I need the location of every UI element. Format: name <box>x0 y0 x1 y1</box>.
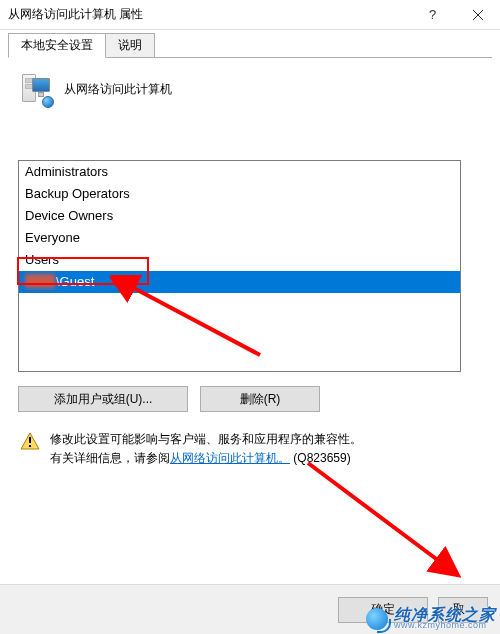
watermark: 纯净系统之家 www.kzmyhome.com <box>366 607 496 630</box>
tabstrip: 本地安全设置 说明 <box>0 30 500 58</box>
warning-link[interactable]: 从网络访问此计算机。 <box>170 451 290 465</box>
help-icon: ? <box>429 7 436 22</box>
warning-text: 修改此设置可能影响与客户端、服务和应用程序的兼容性。 有关详细信息，请参阅从网络… <box>50 430 362 468</box>
svg-line-8 <box>308 463 455 573</box>
list-item[interactable]: Backup Operators <box>19 183 460 205</box>
watermark-logo-icon <box>366 608 388 630</box>
tab-explain[interactable]: 说明 <box>106 33 155 58</box>
remove-button[interactable]: 删除(R) <box>200 386 320 412</box>
computer-network-icon <box>18 72 52 106</box>
button-label: 添加用户或组(U)... <box>54 391 153 408</box>
window-title: 从网络访问此计算机 属性 <box>8 6 410 23</box>
policy-name: 从网络访问此计算机 <box>64 81 172 98</box>
watermark-text-en: www.kzmyhome.com <box>394 621 496 630</box>
tab-content: 从网络访问此计算机 Administrators Backup Operator… <box>0 58 500 478</box>
policy-header: 从网络访问此计算机 <box>18 72 482 106</box>
list-item-label: \Guest <box>56 274 94 289</box>
tab-label: 本地安全设置 <box>21 38 93 52</box>
list-item[interactable]: Users <box>19 249 460 271</box>
help-button[interactable]: ? <box>410 0 455 30</box>
warning-block: 修改此设置可能影响与客户端、服务和应用程序的兼容性。 有关详细信息，请参阅从网络… <box>18 430 482 468</box>
warning-line: 修改此设置可能影响与客户端、服务和应用程序的兼容性。 <box>50 432 362 446</box>
tab-label: 说明 <box>118 38 142 52</box>
list-item-selected[interactable]: \Guest <box>19 271 460 293</box>
titlebar: 从网络访问此计算机 属性 ? <box>0 0 500 30</box>
svg-rect-3 <box>29 437 31 443</box>
tab-local-security[interactable]: 本地安全设置 <box>8 33 106 58</box>
button-label: 删除(R) <box>240 391 281 408</box>
close-icon <box>473 10 483 20</box>
warning-line: 有关详细信息，请参阅 <box>50 451 170 465</box>
redacted-domain <box>25 274 55 288</box>
add-user-button[interactable]: 添加用户或组(U)... <box>18 386 188 412</box>
svg-rect-4 <box>29 445 31 447</box>
user-group-list[interactable]: Administrators Backup Operators Device O… <box>18 160 461 372</box>
warning-icon <box>20 430 40 468</box>
list-item[interactable]: Device Owners <box>19 205 460 227</box>
warning-kb: (Q823659) <box>290 451 351 465</box>
list-buttons: 添加用户或组(U)... 删除(R) <box>18 386 482 412</box>
list-item[interactable]: Administrators <box>19 161 460 183</box>
close-button[interactable] <box>455 0 500 30</box>
list-item[interactable]: Everyone <box>19 227 460 249</box>
